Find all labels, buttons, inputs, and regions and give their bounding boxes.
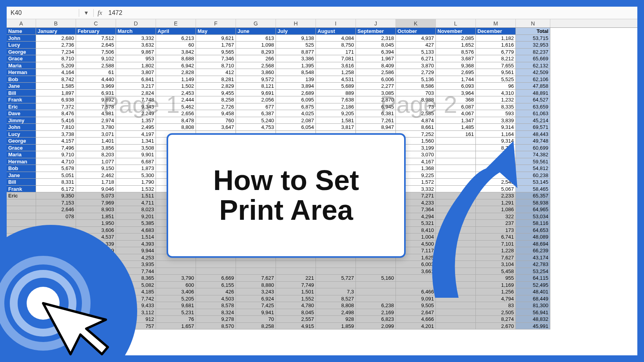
data-cell[interactable]: 6,938 [36, 96, 76, 103]
data-cell[interactable]: 2,585 [396, 110, 436, 117]
total-cell[interactable]: 48,694 [516, 241, 550, 248]
data-cell[interactable]: 76 [156, 316, 196, 323]
data-cell[interactable]: 426 [196, 288, 236, 295]
col-header-J[interactable]: J [356, 19, 396, 27]
data-cell[interactable]: 7,627 [236, 275, 276, 282]
data-cell[interactable]: 8,121 [236, 83, 276, 90]
total-cell[interactable]: 60,699 [516, 145, 550, 152]
data-cell[interactable]: 3,647 [196, 124, 236, 131]
data-cell[interactable]: 6,924 [236, 295, 276, 302]
data-cell[interactable]: 1,532 [116, 186, 156, 193]
data-cell[interactable]: 7,810 [36, 124, 76, 131]
data-cell[interactable]: 368 [436, 96, 476, 103]
data-cell[interactable]: 6,466 [396, 288, 436, 295]
data-cell[interactable]: 4,067 [436, 110, 476, 117]
data-cell[interactable]: 1,502 [156, 83, 196, 90]
data-cell[interactable]: 322 [476, 213, 516, 220]
table-row[interactable]: Herman4,164613,8072,8284123,8608,5481,25… [7, 69, 637, 76]
data-cell[interactable]: 7,261 [356, 117, 396, 124]
total-cell[interactable]: 45,214 [516, 117, 550, 124]
data-cell[interactable]: 9,091 [396, 295, 436, 302]
data-cell[interactable]: 9,458 [196, 110, 236, 117]
total-cell[interactable]: 42,509 [516, 69, 550, 76]
data-cell[interactable]: 3,817 [316, 124, 356, 131]
data-cell[interactable]: 3,738 [36, 131, 76, 138]
data-cell[interactable]: 9,102 [76, 55, 116, 62]
data-cell[interactable]: 2,829 [196, 83, 236, 90]
data-cell[interactable]: 7,101 [476, 241, 516, 248]
data-cell[interactable]: 6,779 [476, 49, 516, 56]
table-row[interactable]: Jane1,5853,9693,2171,5022,8298,1213,8945… [7, 83, 637, 90]
header-may[interactable]: May [196, 28, 236, 35]
data-cell[interactable]: 1,341 [116, 138, 156, 145]
data-cell[interactable]: 1,077 [76, 158, 116, 165]
data-cell[interactable]: 6,238 [356, 302, 396, 309]
data-cell[interactable]: 1,718 [76, 179, 116, 186]
total-cell[interactable]: 58,938 [516, 199, 550, 206]
name-cell[interactable] [7, 220, 36, 227]
data-cell[interactable]: 2,647 [396, 309, 436, 316]
data-cell[interactable]: 2,568 [236, 62, 276, 69]
col-header-N[interactable]: N [516, 19, 550, 27]
data-cell[interactable]: 5,073 [76, 192, 116, 199]
data-cell[interactable]: 266 [236, 55, 276, 62]
total-cell[interactable]: 64,115 [516, 275, 550, 282]
data-cell[interactable]: 1,657 [156, 323, 196, 330]
name-cell[interactable]: Lucy [7, 131, 36, 138]
name-cell[interactable]: John [7, 124, 36, 131]
total-cell[interactable]: 47,858 [516, 83, 550, 90]
data-cell[interactable] [436, 275, 476, 282]
data-cell[interactable]: 70 [236, 316, 276, 323]
total-cell[interactable]: 53,254 [516, 268, 550, 275]
data-cell[interactable]: 1,967 [356, 55, 396, 62]
data-cell[interactable]: 6,093 [436, 83, 476, 90]
data-cell[interactable]: 2,085 [436, 35, 476, 42]
data-cell[interactable] [396, 282, 436, 289]
data-cell[interactable]: 2,689 [276, 90, 316, 97]
data-cell[interactable]: 525 [276, 42, 316, 49]
data-cell[interactable] [276, 261, 316, 268]
data-cell[interactable]: 2,233 [476, 192, 516, 199]
data-cell[interactable]: 2,249 [116, 110, 156, 117]
name-cell[interactable] [7, 206, 36, 213]
data-cell[interactable]: 2,169 [356, 309, 396, 316]
data-cell[interactable]: 2,549 [476, 179, 516, 186]
data-cell[interactable]: 3,780 [76, 124, 116, 131]
data-cell[interactable]: 6,087 [436, 103, 476, 110]
data-cell[interactable] [436, 179, 476, 186]
data-cell[interactable]: 8,478 [156, 117, 196, 124]
total-cell[interactable]: 69,571 [516, 124, 550, 131]
data-cell[interactable]: 8,877 [276, 49, 316, 56]
data-cell[interactable]: 7,512 [76, 35, 116, 42]
data-cell[interactable] [356, 295, 396, 302]
data-cell[interactable]: 2,056 [236, 96, 276, 103]
data-cell[interactable] [436, 309, 476, 316]
data-cell[interactable]: 6,841 [116, 76, 156, 83]
col-header-C[interactable]: C [76, 19, 116, 27]
data-cell[interactable] [436, 227, 476, 234]
data-cell[interactable]: 3,870 [396, 62, 436, 69]
data-cell[interactable]: 2,277 [356, 83, 396, 90]
data-cell[interactable]: 6,213 [156, 35, 196, 42]
data-cell[interactable]: 412 [196, 69, 236, 76]
data-cell[interactable]: 1,232 [476, 96, 516, 103]
total-cell[interactable]: 64,965 [516, 206, 550, 213]
data-cell[interactable]: 2,870 [356, 96, 396, 103]
col-header-H[interactable]: H [276, 19, 316, 27]
data-cell[interactable]: 3,860 [236, 69, 276, 76]
header-january[interactable]: January [36, 28, 76, 35]
header-february[interactable]: February [76, 28, 116, 35]
data-cell[interactable] [356, 288, 396, 295]
header-october[interactable]: October [396, 28, 436, 35]
data-cell[interactable]: 1,291 [476, 199, 516, 206]
data-cell[interactable]: 9,681 [156, 302, 196, 309]
data-cell[interactable]: 96 [476, 83, 516, 90]
data-cell[interactable]: 8,750 [316, 42, 356, 49]
header-name[interactable]: Name [7, 28, 36, 35]
data-cell[interactable]: 9,314 [476, 138, 516, 145]
total-cell[interactable]: 68,449 [516, 295, 550, 302]
total-cell[interactable]: 48,401 [516, 288, 550, 295]
data-cell[interactable]: 8,281 [196, 76, 236, 83]
name-cell[interactable]: Bob [7, 165, 36, 172]
data-cell[interactable]: 1,098 [236, 42, 276, 49]
